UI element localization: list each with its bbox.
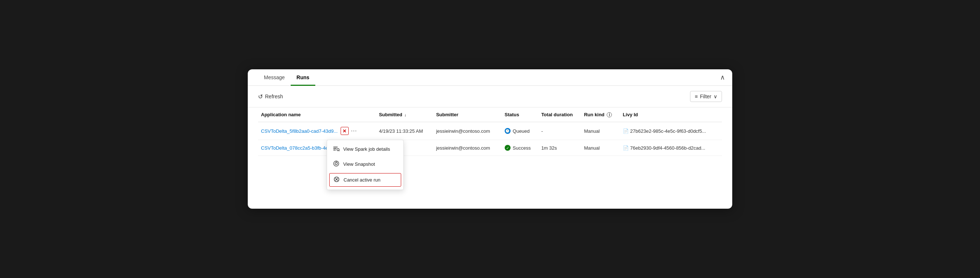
context-menu: View Spark job details View Snapshot xyxy=(327,140,404,190)
refresh-icon: ↺ xyxy=(258,93,263,100)
spark-icon xyxy=(333,145,339,153)
doc-icon-2: 📄 xyxy=(623,145,629,151)
menu-item-cancel-run[interactable]: Cancel active run xyxy=(329,173,401,187)
menu-item-view-snapshot[interactable]: View Snapshot xyxy=(327,157,403,172)
col-status: Status xyxy=(502,108,538,122)
status-queued-icon: 🕐 xyxy=(505,128,511,134)
col-submitted: Submitted ↓ xyxy=(376,108,433,122)
main-window: Message Runs ∧ ↺ Refresh ≡ Filter ∨ Appl… xyxy=(248,69,732,209)
refresh-button[interactable]: ↺ Refresh xyxy=(258,93,283,100)
table-container: Application name Submitted ↓ Submitter S… xyxy=(248,108,732,156)
status-label-2: Success xyxy=(513,145,531,151)
cell-duration-1: - xyxy=(538,122,581,140)
menu-item-view-spark[interactable]: View Spark job details xyxy=(327,141,403,157)
cell-status-2: ✓ Success xyxy=(502,140,538,156)
cancel-circle-icon xyxy=(333,176,340,183)
run-kind-info-icon[interactable]: i xyxy=(607,112,612,118)
cell-submitter-1: jessieirwin@contoso.com xyxy=(433,122,502,140)
collapse-button[interactable]: ∧ xyxy=(720,73,725,81)
more-button-1[interactable]: ··· xyxy=(350,127,358,135)
tab-message[interactable]: Message xyxy=(258,69,291,86)
row-actions-1: ✕ ··· xyxy=(340,127,358,135)
filter-button[interactable]: ≡ Filter ∨ xyxy=(690,91,722,102)
cell-status-1: 🕐 Queued xyxy=(502,122,538,140)
svg-rect-2 xyxy=(333,149,336,150)
refresh-label: Refresh xyxy=(265,94,283,99)
cell-app-name-1: CSVToDelta_5f8b2aa0-cad7-43d9... ✕ ··· xyxy=(258,122,376,140)
app-name-link-1[interactable]: CSVToDelta_5f8b2aa0-cad7-43d9... xyxy=(261,129,338,134)
doc-icon-1: 📄 xyxy=(623,129,629,134)
toolbar: ↺ Refresh ≡ Filter ∨ xyxy=(248,86,732,108)
col-submitter: Submitter xyxy=(433,108,502,122)
cell-livy-id-2: 📄 76eb2930-9df4-4560-856b-d2cad... xyxy=(620,140,722,156)
status-label-1: Queued xyxy=(513,129,530,134)
cell-duration-2: 1m 32s xyxy=(538,140,581,156)
col-run-kind: Run kind i xyxy=(581,108,620,122)
x-icon: ✕ xyxy=(342,129,347,134)
svg-point-6 xyxy=(335,162,337,165)
cell-livy-id-1: 📄 27b623e2-985c-4e5c-9f63-d0dcf5... xyxy=(620,122,722,140)
menu-item-label-cancel: Cancel active run xyxy=(344,177,380,183)
col-livy-id: Livy Id xyxy=(620,108,722,122)
menu-item-label-spark: View Spark job details xyxy=(343,146,390,152)
cell-submitter-2: jessieirwin@contoso.com xyxy=(433,140,502,156)
svg-rect-1 xyxy=(333,148,337,149)
chevron-down-icon: ∨ xyxy=(714,94,717,99)
svg-line-8 xyxy=(337,162,338,162)
livy-id-value-1: 27b623e2-985c-4e5c-9f63-d0dcf5... xyxy=(630,129,706,134)
more-icon: ··· xyxy=(351,128,357,134)
cell-run-kind-2: Manual xyxy=(581,140,620,156)
col-total-duration: Total duration xyxy=(538,108,581,122)
table-header-row: Application name Submitted ↓ Submitter S… xyxy=(258,108,722,122)
status-success-icon: ✓ xyxy=(505,145,511,151)
cell-run-kind-1: Manual xyxy=(581,122,620,140)
tab-runs[interactable]: Runs xyxy=(291,69,315,86)
svg-rect-0 xyxy=(333,147,338,148)
filter-icon: ≡ xyxy=(695,94,698,99)
cell-submitted-1: 4/19/23 11:33:25 AM xyxy=(376,122,433,140)
cancel-x-button-1[interactable]: ✕ xyxy=(340,127,349,135)
sort-arrow-icon: ↓ xyxy=(404,113,407,117)
filter-label: Filter xyxy=(700,94,711,99)
tab-bar: Message Runs ∧ xyxy=(248,69,732,86)
snapshot-icon xyxy=(333,160,339,168)
table-row: CSVToDelta_5f8b2aa0-cad7-43d9... ✕ ··· 4… xyxy=(258,122,722,140)
livy-id-value-2: 76eb2930-9df4-4560-856b-d2cad... xyxy=(630,145,705,151)
col-app-name: Application name xyxy=(258,108,376,122)
menu-item-label-snapshot: View Snapshot xyxy=(343,161,375,167)
